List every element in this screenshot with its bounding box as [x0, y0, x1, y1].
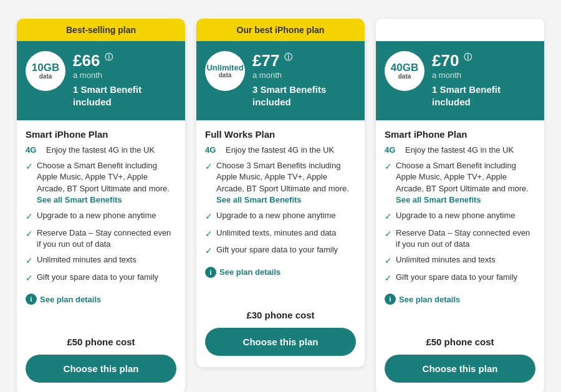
phone-cost-3: £50 phone cost: [426, 337, 494, 347]
feature-item-1-2: ✓Reserve Data – Stay connected even if y…: [26, 227, 176, 250]
feature-smart-benefit-3: ✓Choose a Smart Benefit including Apple …: [385, 160, 535, 206]
plan-price-1: £66 ⓘ: [73, 51, 176, 70]
feature-text-3-2: Reserve Data – Stay connected even if yo…: [396, 227, 535, 250]
see-smart-benefits-link-3[interactable]: See all Smart Benefits: [396, 195, 481, 204]
plan-body-2: Full Works Plan4G Enjoy the fastest 4G i…: [196, 120, 365, 290]
plan-price-3: £70 ⓘ: [432, 51, 535, 70]
4g-text-2: Enjoy the fastest 4G in the UK: [226, 145, 356, 156]
feature-text-2-3: Gift your spare data to your family: [216, 244, 356, 256]
info-icon-2[interactable]: ⓘ: [284, 52, 292, 62]
data-circle-2: Unlimiteddata: [205, 51, 245, 91]
check-icon-1-1: ✓: [26, 211, 33, 223]
plan-footer-2: £30 phone costChoose this plan: [196, 290, 365, 367]
plan-per-month-1: a month: [73, 70, 176, 80]
check-icon-1-3: ✓: [26, 255, 33, 267]
feature-text-1-1: Upgrade to a new phone anytime: [37, 210, 176, 221]
check-icon-2-2: ✓: [205, 228, 213, 241]
feature-4g-3: 4G Enjoy the fastest 4G in the UK: [385, 145, 535, 156]
check-icon-smart-3: ✓: [385, 161, 392, 173]
data-circle-1: 10GBdata: [26, 51, 65, 91]
info-circle-1: i: [26, 294, 37, 305]
4g-label-3: 4G: [385, 145, 395, 156]
plan-price-info-1: £66 ⓘa month1 Smart Benefit included: [73, 51, 176, 108]
choose-plan-button-1[interactable]: Choose this plan: [26, 355, 176, 383]
plan-body-3: Smart iPhone Plan4G Enjoy the fastest 4G…: [376, 120, 544, 317]
plan-header-1: 10GBdata£66 ⓘa month1 Smart Benefit incl…: [17, 41, 185, 120]
check-icon-2-1: ✓: [205, 211, 213, 223]
check-icon-smart-2: ✓: [205, 161, 213, 173]
feature-item-1-4: ✓Gift your spare data to your family: [26, 272, 176, 285]
check-icon-3-2: ✓: [385, 228, 392, 241]
feature-smart-benefit-1: ✓Choose a Smart Benefit including Apple …: [26, 160, 176, 206]
plan-benefit-2: 3 Smart Benefits included: [252, 84, 356, 108]
check-icon-2-3: ✓: [205, 245, 213, 257]
phone-cost-2: £30 phone cost: [246, 310, 314, 320]
plan-banner-1: Best-selling plan: [17, 19, 185, 41]
feature-text-2-1: Upgrade to a new phone anytime: [216, 210, 356, 221]
feature-item-3-3: ✓Unlimited minutes and texts: [385, 254, 535, 267]
4g-label-1: 4G: [26, 145, 36, 156]
4g-text-1: Enjoy the fastest 4G in the UK: [46, 145, 176, 156]
feature-4g-1: 4G Enjoy the fastest 4G in the UK: [26, 145, 176, 156]
plan-price-info-2: £77 ⓘa month3 Smart Benefits included: [252, 51, 356, 108]
check-icon-1-2: ✓: [26, 228, 33, 241]
feature-4g-2: 4G Enjoy the fastest 4G in the UK: [205, 145, 356, 156]
feature-item-3-4: ✓Gift your spare data to your family: [385, 272, 535, 285]
check-icon-smart-1: ✓: [26, 161, 33, 173]
plan-name-1: Smart iPhone Plan: [26, 129, 176, 140]
feature-item-2-3: ✓Gift your spare data to your family: [205, 244, 356, 257]
check-icon-3-1: ✓: [385, 211, 392, 223]
see-plan-details-label-2: See plan details: [219, 267, 280, 277]
plan-name-3: Smart iPhone Plan: [385, 129, 535, 140]
plan-header-3: 40GBdata£70 ⓘa month1 Smart Benefit incl…: [376, 41, 544, 120]
plan-price-info-3: £70 ⓘa month1 Smart Benefit included: [432, 51, 535, 108]
plan-card-2: Our best iPhone planUnlimiteddata£77 ⓘa …: [196, 19, 365, 367]
see-plan-details-2[interactable]: iSee plan details: [205, 267, 356, 278]
plans-container: Best-selling plan10GBdata£66 ⓘa month1 S…: [4, 0, 557, 392]
info-icon-3[interactable]: ⓘ: [464, 52, 472, 62]
plan-header-2: Unlimiteddata£77 ⓘa month3 Smart Benefit…: [196, 41, 365, 120]
plan-banner-3: [376, 19, 544, 41]
feature-text-1-2: Reserve Data – Stay connected even if yo…: [37, 227, 176, 250]
plan-price-2: £77 ⓘ: [252, 51, 356, 70]
info-circle-3: i: [385, 294, 396, 305]
4g-label-2: 4G: [205, 145, 216, 156]
plan-footer-1: £50 phone costChoose this plan: [17, 317, 185, 392]
feature-item-3-1: ✓Upgrade to a new phone anytime: [385, 210, 535, 223]
feature-smart-benefit-2: ✓Choose 3 Smart Benefits including Apple…: [205, 160, 356, 206]
smart-benefit-text-2: Choose 3 Smart Benefits including Apple …: [216, 160, 356, 206]
plan-banner-2: Our best iPhone plan: [196, 19, 365, 41]
see-plan-details-1[interactable]: iSee plan details: [26, 294, 176, 305]
choose-plan-button-3[interactable]: Choose this plan: [385, 355, 535, 383]
plan-benefit-3: 1 Smart Benefit included: [432, 84, 535, 108]
data-circle-3: 40GBdata: [385, 51, 424, 91]
see-plan-details-label-3: See plan details: [399, 295, 460, 304]
plan-per-month-2: a month: [252, 70, 356, 80]
choose-plan-button-2[interactable]: Choose this plan: [205, 328, 356, 356]
feature-text-3-3: Unlimited minutes and texts: [396, 254, 535, 265]
check-icon-3-4: ✓: [385, 272, 392, 285]
feature-item-2-1: ✓Upgrade to a new phone anytime: [205, 210, 356, 223]
plan-card-3: 40GBdata£70 ⓘa month1 Smart Benefit incl…: [376, 19, 544, 392]
check-icon-1-4: ✓: [26, 272, 33, 285]
plan-benefit-1: 1 Smart Benefit included: [73, 84, 176, 108]
feature-text-1-4: Gift your spare data to your family: [37, 272, 176, 283]
feature-item-1-1: ✓Upgrade to a new phone anytime: [26, 210, 176, 223]
feature-item-2-2: ✓Unlimited texts, minutes and data: [205, 227, 356, 241]
see-smart-benefits-link-2[interactable]: See all Smart Benefits: [216, 195, 302, 204]
phone-cost-1: £50 phone cost: [67, 337, 135, 347]
4g-text-3: Enjoy the fastest 4G in the UK: [405, 145, 535, 156]
info-circle-2: i: [205, 267, 216, 278]
feature-text-3-4: Gift your spare data to your family: [396, 272, 535, 283]
smart-benefit-text-3: Choose a Smart Benefit including Apple M…: [396, 160, 535, 206]
info-icon-1[interactable]: ⓘ: [105, 52, 113, 62]
plan-per-month-3: a month: [432, 70, 535, 80]
see-plan-details-3[interactable]: iSee plan details: [385, 294, 535, 305]
plan-card-1: Best-selling plan10GBdata£66 ⓘa month1 S…: [17, 19, 185, 392]
plan-body-1: Smart iPhone Plan4G Enjoy the fastest 4G…: [17, 120, 185, 317]
feature-text-3-1: Upgrade to a new phone anytime: [396, 210, 535, 221]
feature-item-1-3: ✓Unlimited minutes and texts: [26, 254, 176, 267]
see-plan-details-label-1: See plan details: [40, 295, 101, 304]
plan-name-2: Full Works Plan: [205, 129, 356, 140]
see-smart-benefits-link-1[interactable]: See all Smart Benefits: [37, 195, 122, 204]
